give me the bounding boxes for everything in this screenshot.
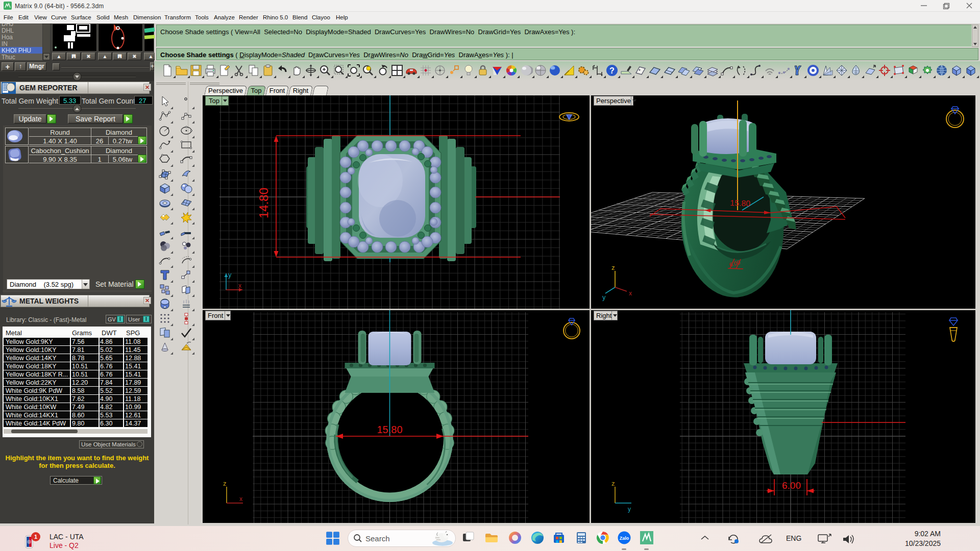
svg-text:z: z [611, 264, 615, 271]
svg-text:x: x [238, 282, 241, 289]
svg-text:1: 1 [34, 534, 37, 540]
svg-text:z: z [223, 480, 227, 487]
svg-text:z: z [611, 480, 615, 487]
svg-text:y: y [602, 293, 606, 301]
svg-text:y: y [228, 271, 232, 279]
svg-text:6.00: 6.00 [782, 480, 801, 491]
svg-text:x: x [239, 495, 242, 503]
svg-text:15.80: 15.80 [730, 198, 751, 208]
svg-text:Zalo: Zalo [620, 536, 629, 541]
svg-text:14.80: 14.80 [257, 188, 271, 218]
svg-text:15.80: 15.80 [377, 424, 403, 435]
svg-text:?: ? [609, 66, 615, 75]
svg-text:x: x [629, 290, 632, 297]
svg-text:y: y [628, 506, 631, 513]
